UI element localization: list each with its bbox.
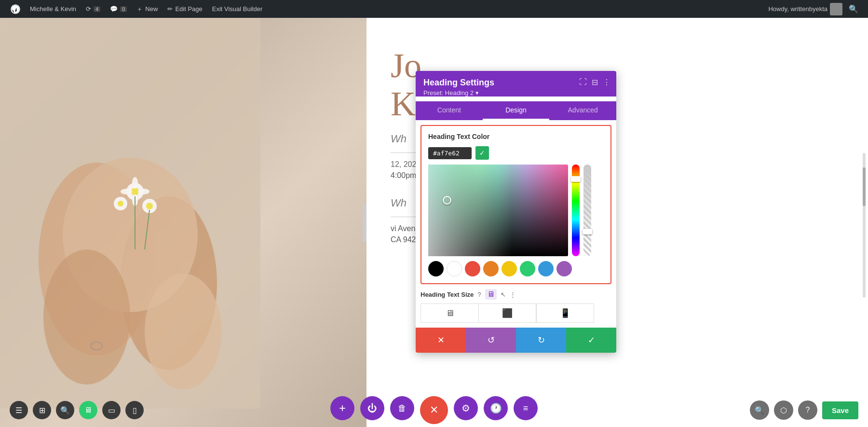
bottom-tool-grid[interactable]: ⊞ [33, 401, 51, 419]
bottom-tool-menu[interactable]: ☰ [10, 401, 28, 419]
undo-button[interactable]: ↺ [466, 328, 516, 353]
svg-point-13 [121, 189, 132, 194]
alpha-slider[interactable] [583, 165, 591, 256]
page-image-area [0, 18, 366, 427]
alpha-slider-thumb[interactable] [583, 229, 592, 234]
bottom-tool-desktop[interactable]: 🖥 [79, 401, 97, 419]
color-confirm-button[interactable]: ✓ [475, 146, 489, 160]
scroll-indicator[interactable] [863, 153, 866, 298]
fullscreen-icon[interactable]: ⛶ [579, 78, 587, 87]
bottom-help-icon[interactable]: ? [798, 400, 817, 420]
desktop-responsive-icon[interactable]: 🖥 [420, 303, 478, 323]
swatch-white[interactable] [447, 261, 462, 276]
scroll-thumb[interactable] [863, 167, 866, 206]
color-section-title: Heading Text Color [428, 133, 604, 140]
responsive-icons-row: 🖥 ⬛ 📱 [420, 303, 611, 323]
site-name-label: Michelle & Kevin [30, 5, 76, 13]
swatch-purple[interactable] [556, 261, 572, 276]
new-icon: ＋ [136, 5, 143, 14]
admin-bar-edit-page[interactable]: ✏ Edit Page [163, 0, 207, 18]
bottom-tool-search[interactable]: 🔍 [56, 401, 74, 419]
bottom-history-button[interactable]: 🕐 [484, 396, 508, 420]
svg-point-6 [131, 188, 139, 195]
svg-point-8 [146, 203, 153, 209]
hue-slider-thumb[interactable] [571, 176, 581, 182]
text-size-section: Heading Text Size ? 🖥 ↖ ⋮ 🖥 ⬛ 📱 [416, 289, 616, 328]
admin-bar-revisions[interactable]: ⟳ 4 [81, 0, 105, 18]
text-size-header: Heading Text Size ? 🖥 ↖ ⋮ [420, 289, 611, 300]
panel-header-icons: ⛶ ⊟ ⋮ [579, 78, 610, 87]
exit-builder-label: Exit Visual Builder [212, 5, 263, 13]
comment-icon: 💬 [110, 5, 118, 13]
svg-point-11 [132, 177, 138, 189]
page-content: JoKn Wh 12, 2025 4:00pm Wh vi Avenue CA … [0, 18, 868, 427]
swatch-orange[interactable] [483, 261, 499, 276]
svg-point-10 [118, 201, 123, 207]
color-picker-section: Heading Text Color ✓ [420, 125, 611, 284]
sidebar-resize-handle[interactable] [363, 203, 366, 242]
mobile-responsive-icon[interactable]: 📱 [536, 303, 594, 323]
split-view-icon[interactable]: ⊟ [592, 78, 598, 87]
bottom-close-button[interactable]: ✕ [420, 396, 448, 424]
bottom-search-right-icon[interactable]: 🔍 [750, 400, 769, 420]
svg-point-17 [43, 249, 130, 385]
tablet-responsive-icon[interactable]: ⬛ [478, 303, 536, 323]
text-size-more-icon[interactable]: ⋮ [510, 291, 516, 298]
comments-count: 0 [120, 6, 127, 12]
heading-settings-panel: ⛶ ⊟ ⋮ Heading Settings Preset: Heading 2… [416, 71, 616, 353]
edit-page-label: Edit Page [175, 5, 202, 13]
panel-preset-selector[interactable]: Preset: Heading 2 [423, 89, 609, 96]
bottom-delete-button[interactable]: 🗑 [390, 396, 414, 420]
confirm-button[interactable]: ✓ [566, 328, 616, 353]
admin-bar-new[interactable]: ＋ New [132, 0, 163, 18]
color-hex-input[interactable] [428, 147, 472, 159]
bottom-right-tools: 🔍 ⬡ ? Save [750, 400, 858, 420]
swatch-yellow[interactable] [502, 261, 517, 276]
color-hex-row: ✓ [428, 146, 604, 160]
avatar[interactable] [830, 3, 842, 15]
admin-search-icon[interactable]: 🔍 [845, 4, 862, 14]
color-gradient-canvas[interactable] [428, 165, 568, 256]
revisions-icon: ⟳ [86, 5, 91, 13]
admin-bar-exit-builder[interactable]: Exit Visual Builder [207, 0, 268, 18]
delete-button[interactable]: ✕ [416, 328, 466, 353]
color-swatches [428, 261, 604, 276]
panel-tabs: Content Design Advanced [416, 101, 616, 120]
flower-background [0, 18, 366, 427]
admin-bar-comments[interactable]: 💬 0 [105, 0, 132, 18]
text-size-help-icon[interactable]: ? [477, 291, 481, 298]
gradient-thumb[interactable] [443, 196, 451, 205]
swatch-green[interactable] [520, 261, 535, 276]
hue-slider[interactable] [572, 165, 580, 256]
bottom-settings-button[interactable]: ⚙ [454, 396, 478, 420]
bottom-add-button[interactable]: + [330, 396, 354, 420]
wordpress-logo-icon[interactable] [6, 4, 25, 14]
bottom-center-tools: + ⏻ 🗑 ✕ ⚙ 🕐 ≡ [330, 396, 538, 424]
swatch-red[interactable] [465, 261, 480, 276]
redo-button[interactable]: ↻ [516, 328, 566, 353]
text-size-label: Heading Text Size [420, 291, 474, 298]
tab-advanced[interactable]: Advanced [549, 101, 616, 120]
howdy-text: Howdy, writtenbyekta [768, 5, 827, 13]
bottom-left-tools: ☰ ⊞ 🔍 🖥 ▭ ▯ [10, 401, 144, 419]
tab-design[interactable]: Design [483, 101, 550, 120]
svg-point-14 [138, 189, 149, 194]
admin-bar-site-name[interactable]: Michelle & Kevin [25, 0, 81, 18]
bottom-layers-button[interactable]: ≡ [514, 396, 538, 420]
swatch-blue[interactable] [538, 261, 554, 276]
text-size-cursor-icon[interactable]: ↖ [501, 291, 506, 298]
save-button[interactable]: Save [822, 401, 858, 419]
bottom-tool-tablet[interactable]: ▭ [102, 401, 121, 419]
panel-header: ⛶ ⊟ ⋮ Heading Settings Preset: Heading 2 [416, 71, 616, 96]
bottom-hex-icon[interactable]: ⬡ [774, 400, 793, 420]
bottom-tool-mobile[interactable]: ▯ [125, 401, 144, 419]
revisions-count: 4 [94, 6, 100, 12]
bottom-power-button[interactable]: ⏻ [360, 396, 384, 420]
text-size-responsive-icon[interactable]: 🖥 [485, 289, 497, 300]
swatch-black[interactable] [428, 261, 444, 276]
more-options-icon[interactable]: ⋮ [603, 78, 610, 87]
panel-actions: ✕ ↺ ↻ ✓ [416, 328, 616, 353]
tab-content[interactable]: Content [416, 101, 483, 120]
svg-point-18 [145, 274, 222, 389]
admin-bar-right: Howdy, writtenbyekta 🔍 [768, 3, 862, 15]
